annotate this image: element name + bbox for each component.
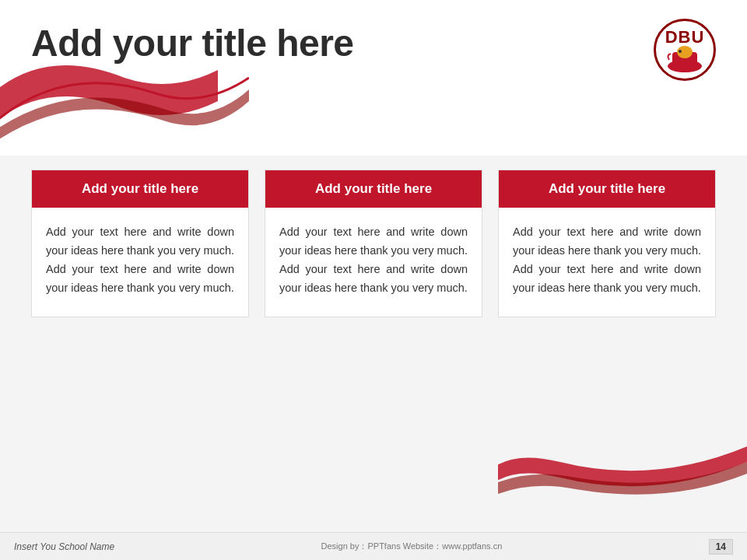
card-3-header[interactable]: Add your title here — [499, 170, 715, 208]
footer-school-name[interactable]: Insert You School Name — [14, 541, 114, 552]
main-title[interactable]: Add your title here — [31, 22, 354, 65]
logo-area: DBU — [654, 19, 724, 81]
card-1-header[interactable]: Add your title here — [32, 170, 248, 208]
card-2-body[interactable]: Add your text here and write down your i… — [265, 208, 482, 317]
logo-mascot-svg — [661, 41, 708, 75]
card-2-header[interactable]: Add your title here — [265, 170, 482, 208]
card-2[interactable]: Add your title here Add your text here a… — [265, 170, 482, 317]
logo-circle: DBU — [654, 19, 716, 81]
cards-container: Add your title here Add your text here a… — [31, 170, 716, 317]
footer: Insert You School Name Design by：PPTfans… — [0, 532, 747, 560]
card-3[interactable]: Add your title here Add your text here a… — [498, 170, 716, 317]
svg-point-3 — [679, 50, 682, 53]
footer-page-number: 14 — [709, 539, 733, 555]
card-1-body[interactable]: Add your text here and write down your i… — [32, 208, 248, 317]
card-1[interactable]: Add your title here Add your text here a… — [31, 170, 249, 317]
slide: Add your title here DBU Add your title h… — [0, 0, 747, 560]
footer-credit: Design by：PPTfans Website：www.pptfans.cn — [321, 541, 503, 552]
card-3-body[interactable]: Add your text here and write down your i… — [499, 208, 715, 317]
